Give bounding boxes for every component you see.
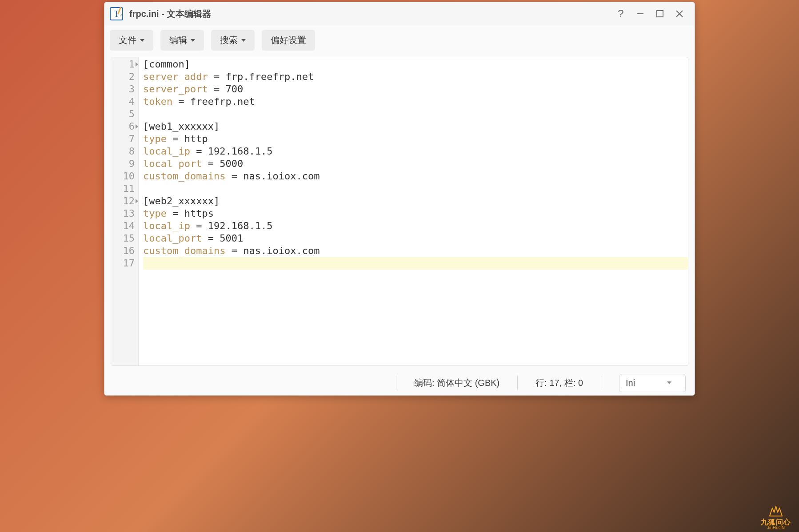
code-line[interactable]: local_port = 5001	[143, 232, 688, 245]
editor-container: 1234567891011121314151617 [common]server…	[111, 57, 688, 366]
line-number: 10	[120, 170, 135, 183]
chevron-down-icon	[140, 39, 144, 42]
help-icon: ?	[618, 8, 623, 20]
line-gutter: 1234567891011121314151617	[111, 57, 139, 365]
chevron-down-icon	[191, 39, 195, 42]
line-number: 8	[120, 145, 135, 158]
code-line[interactable]: local_ip = 192.168.1.5	[143, 145, 688, 158]
watermark: 九狐问心 JiuHuCN	[761, 505, 791, 530]
status-separator	[517, 376, 518, 390]
edit-menu-label: 编辑	[169, 34, 187, 46]
chevron-down-icon	[241, 39, 246, 42]
code-line[interactable]: server_port = 700	[143, 83, 688, 95]
line-number: 3	[120, 83, 135, 95]
search-menu[interactable]: 搜索	[211, 30, 255, 51]
line-number: 6	[120, 120, 135, 133]
toolbar: 文件 编辑 搜索 偏好设置	[104, 25, 695, 57]
code-line[interactable]: custom_domains = nas.ioiox.com	[143, 245, 688, 257]
code-line[interactable]: local_port = 5000	[143, 158, 688, 170]
close-button[interactable]	[670, 4, 689, 24]
edit-menu[interactable]: 编辑	[160, 30, 204, 51]
code-line[interactable]: type = https	[143, 207, 688, 220]
maximize-button[interactable]	[650, 4, 670, 24]
close-icon	[675, 10, 683, 18]
code-editor[interactable]: 1234567891011121314151617 [common]server…	[111, 57, 688, 365]
chevron-down-icon	[667, 381, 671, 384]
code-line[interactable]	[143, 108, 688, 120]
code-line[interactable]	[143, 257, 688, 270]
file-menu[interactable]: 文件	[110, 30, 153, 51]
prefs-button[interactable]: 偏好设置	[262, 30, 315, 51]
code-line[interactable]: token = freefrp.net	[143, 95, 688, 108]
window-title: frpc.ini - 文本编辑器	[129, 8, 211, 20]
statusbar: 编码: 简体中文 (GBK) 行: 17, 栏: 0 Ini	[104, 370, 695, 395]
search-menu-label: 搜索	[220, 34, 238, 46]
language-select[interactable]: Ini	[619, 374, 686, 392]
language-select-label: Ini	[626, 378, 635, 388]
code-line[interactable]	[143, 183, 688, 195]
line-number: 12	[120, 195, 135, 207]
svg-rect-5	[657, 11, 663, 17]
line-number: 7	[120, 133, 135, 145]
code-line[interactable]: custom_domains = nas.ioiox.com	[143, 170, 688, 183]
fold-icon[interactable]	[136, 124, 138, 129]
line-number: 17	[120, 257, 135, 270]
code-line[interactable]: type = http	[143, 133, 688, 145]
line-number: 9	[120, 158, 135, 170]
line-number: 13	[120, 207, 135, 220]
svg-point-9	[778, 512, 779, 514]
titlebar: T frpc.ini - 文本编辑器 ?	[104, 2, 695, 25]
line-number: 15	[120, 232, 135, 245]
line-number: 16	[120, 245, 135, 257]
file-menu-label: 文件	[119, 34, 136, 46]
line-number: 2	[120, 71, 135, 83]
code-line[interactable]: [web1_xxxxxx]	[143, 120, 688, 133]
encoding-status: 编码: 简体中文 (GBK)	[414, 377, 499, 389]
code-line[interactable]: local_ip = 192.168.1.5	[143, 220, 688, 232]
svg-point-8	[773, 512, 775, 514]
help-button[interactable]: ?	[611, 4, 631, 24]
status-separator	[396, 376, 396, 390]
app-icon: T	[109, 6, 124, 21]
code-line[interactable]: [web2_xxxxxx]	[143, 195, 688, 207]
app-window: T frpc.ini - 文本编辑器 ? 文件 编辑	[104, 2, 695, 396]
maximize-icon	[656, 10, 664, 18]
code-area[interactable]: [common]server_addr = frp.freefrp.netser…	[139, 57, 688, 365]
fold-icon[interactable]	[136, 62, 138, 67]
line-number: 5	[120, 108, 135, 120]
line-number: 14	[120, 220, 135, 232]
minimize-icon	[636, 10, 644, 18]
prefs-button-label: 偏好设置	[271, 34, 306, 46]
fold-icon[interactable]	[136, 199, 138, 203]
line-number: 11	[120, 183, 135, 195]
status-separator	[601, 376, 601, 390]
minimize-button[interactable]	[631, 4, 650, 24]
code-line[interactable]: [common]	[143, 58, 688, 71]
cursor-position: 行: 17, 栏: 0	[535, 377, 583, 389]
line-number: 1	[120, 58, 135, 71]
code-line[interactable]: server_addr = frp.freefrp.net	[143, 71, 688, 83]
line-number: 4	[120, 95, 135, 108]
